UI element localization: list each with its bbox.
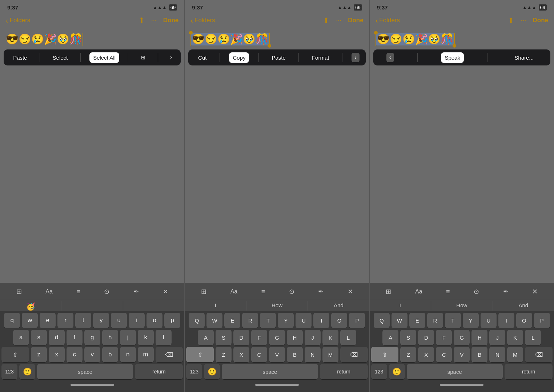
key-V-2[interactable]: V [269, 347, 285, 362]
key-P-2[interactable]: P [349, 313, 365, 328]
space-key-1[interactable]: space [37, 364, 133, 379]
key-s-1[interactable]: s [31, 330, 47, 345]
key-j-1[interactable]: j [120, 330, 136, 345]
key-R-2[interactable]: R [242, 313, 258, 328]
key-v-1[interactable]: v [84, 347, 100, 362]
folders-label-2[interactable]: Folders [194, 17, 215, 24]
more-icon-3[interactable]: ··· [521, 17, 526, 24]
key-r-1[interactable]: r [57, 313, 73, 328]
done-button-1[interactable]: Done [163, 17, 179, 24]
key-d-1[interactable]: d [49, 330, 65, 345]
key-i-1[interactable]: i [129, 313, 145, 328]
key-M-3[interactable]: M [507, 347, 523, 362]
key-L-3[interactable]: L [525, 330, 541, 345]
key-M-2[interactable]: M [322, 347, 338, 362]
key-D-3[interactable]: D [418, 330, 434, 345]
close-icon-3[interactable]: ✕ [532, 288, 538, 296]
key-I-2[interactable]: I [313, 313, 329, 328]
key-N-2[interactable]: N [305, 347, 321, 362]
paste-button-2[interactable]: Paste [268, 52, 289, 63]
key-u-1[interactable]: u [111, 313, 127, 328]
key-b-1[interactable]: b [102, 347, 118, 362]
key-k-1[interactable]: k [138, 330, 154, 345]
key-F-3[interactable]: F [436, 330, 452, 345]
select-all-button-1[interactable]: Select All [89, 52, 119, 63]
key-F-2[interactable]: F [251, 330, 267, 345]
share-icon-1[interactable]: ⬆ [138, 16, 145, 25]
format-text-icon-3[interactable]: Aa [415, 288, 422, 295]
predictive-3b[interactable]: How [431, 301, 493, 311]
format-icon-1[interactable]: ⊞ [137, 52, 149, 63]
key-W-2[interactable]: W [206, 313, 222, 328]
emoji-key-2[interactable]: 🙂 [204, 364, 220, 379]
key-L-2[interactable]: L [340, 330, 356, 345]
menu-arrow-2[interactable]: › [352, 53, 359, 62]
key-D-2[interactable]: D [233, 330, 249, 345]
key-V-3[interactable]: V [454, 347, 470, 362]
key-N-3[interactable]: N [489, 347, 505, 362]
nav-back-2[interactable]: ‹ Folders [190, 16, 215, 25]
space-key-3[interactable]: space [407, 364, 503, 379]
key-p-1[interactable]: p [164, 313, 180, 328]
key-w-1[interactable]: w [22, 313, 38, 328]
key-T-3[interactable]: T [445, 313, 461, 328]
backspace-key-3[interactable]: ⌫ [525, 347, 553, 362]
key-q-1[interactable]: q [4, 313, 20, 328]
return-key-1[interactable]: return [135, 364, 183, 379]
key-E-2[interactable]: E [224, 313, 240, 328]
key-K-2[interactable]: K [322, 330, 338, 345]
key-G-3[interactable]: G [454, 330, 470, 345]
key-Z-3[interactable]: Z [400, 347, 416, 362]
key-K-3[interactable]: K [507, 330, 523, 345]
key-W-3[interactable]: W [392, 313, 408, 328]
more-icon-1[interactable]: ··· [151, 17, 157, 24]
backspace-key-2[interactable]: ⌫ [340, 347, 368, 362]
menu-arrow-1[interactable]: › [167, 52, 175, 63]
pen-icon-1[interactable]: ✒ [133, 288, 139, 296]
emoji-key-1[interactable]: 🙂 [19, 364, 35, 379]
list-icon-2[interactable]: ≡ [261, 288, 265, 296]
key-e-1[interactable]: e [40, 313, 56, 328]
table-icon-2[interactable]: ⊞ [201, 288, 206, 296]
key-B-2[interactable]: B [287, 347, 303, 362]
space-key-2[interactable]: space [222, 364, 318, 379]
more-icon-2[interactable]: ··· [336, 17, 341, 24]
key-O-3[interactable]: O [516, 313, 532, 328]
paste-button-1[interactable]: Paste [9, 52, 31, 63]
key-T-2[interactable]: T [260, 313, 276, 328]
key-B-3[interactable]: B [471, 347, 487, 362]
camera-icon-3[interactable]: ⊙ [474, 288, 479, 296]
list-icon-1[interactable]: ≡ [76, 288, 80, 296]
pen-icon-2[interactable]: ✒ [318, 288, 324, 296]
format-button-2[interactable]: Format [308, 52, 333, 63]
format-text-icon-2[interactable]: Aa [230, 288, 238, 295]
folders-label-3[interactable]: Folders [379, 17, 400, 24]
key-G-2[interactable]: G [269, 330, 285, 345]
share-icon-3[interactable]: ⬆ [508, 16, 514, 25]
key-I-3[interactable]: I [498, 313, 514, 328]
nav-back-3[interactable]: ‹ Folders [376, 16, 400, 25]
close-icon-2[interactable]: ✕ [348, 288, 353, 296]
key-S-2[interactable]: S [216, 330, 232, 345]
key-O-2[interactable]: O [331, 313, 347, 328]
emoji-key-3[interactable]: 🙂 [389, 364, 405, 379]
return-key-3[interactable]: return [505, 364, 553, 379]
camera-icon-1[interactable]: ⊙ [104, 288, 109, 296]
key-m-1[interactable]: m [138, 347, 154, 362]
menu-back-arrow-3[interactable]: ‹ [386, 53, 394, 62]
format-text-icon-1[interactable]: Aa [45, 288, 53, 295]
num-key-1[interactable]: 123 [1, 364, 17, 379]
num-key-2[interactable]: 123 [186, 364, 202, 379]
return-key-2[interactable]: return [320, 364, 368, 379]
key-z-1[interactable]: z [31, 347, 47, 362]
key-Y-3[interactable]: Y [463, 313, 479, 328]
key-l-1[interactable]: l [156, 330, 172, 345]
copy-button-2[interactable]: Copy [229, 52, 249, 63]
key-P-3[interactable]: P [534, 313, 550, 328]
key-H-3[interactable]: H [471, 330, 487, 345]
key-Q-2[interactable]: Q [189, 313, 205, 328]
num-key-3[interactable]: 123 [371, 364, 387, 379]
pen-icon-3[interactable]: ✒ [503, 288, 509, 296]
predictive-1c[interactable] [123, 301, 184, 311]
backspace-key-1[interactable]: ⌫ [156, 347, 183, 362]
